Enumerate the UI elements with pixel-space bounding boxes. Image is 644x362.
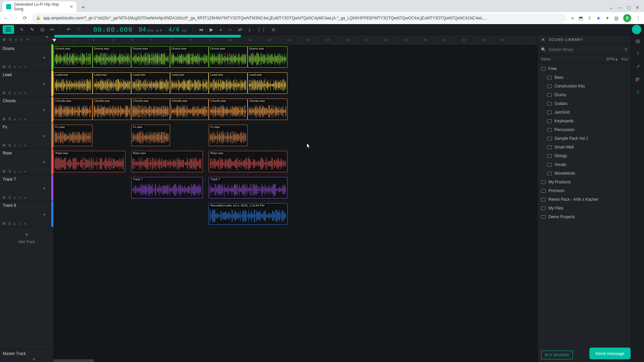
back-icon[interactable]: ← xyxy=(3,15,8,21)
eq-icon[interactable]: ⎍ xyxy=(19,91,21,95)
eq-icon[interactable]: ⎍ xyxy=(19,65,21,69)
audio-clip[interactable]: Chords.wav xyxy=(209,99,248,120)
playhead-icon[interactable] xyxy=(52,39,56,42)
audio-clip[interactable]: Fx.wav xyxy=(54,125,93,146)
library-folder[interactable]: My Files xyxy=(538,204,631,213)
audio-clip[interactable]: Chords.wav xyxy=(93,99,131,120)
automation-icon[interactable]: ∿ xyxy=(24,196,26,199)
eq-icon[interactable]: ⎍ xyxy=(19,170,21,173)
chevron-down-icon[interactable]: ⌄ xyxy=(609,5,613,10)
undo-icon[interactable]: ↶ xyxy=(67,27,71,32)
new-tab-button[interactable]: + xyxy=(78,3,88,12)
automation-icon[interactable]: ∿ xyxy=(24,65,26,69)
audio-clip[interactable]: Riser.wav xyxy=(54,151,125,172)
track-header[interactable]: Lead M S ● ⎍ ∿ xyxy=(0,70,53,97)
record-icon[interactable]: ● xyxy=(219,27,222,32)
mute-button[interactable]: M xyxy=(3,170,5,173)
solo-button[interactable]: S xyxy=(8,222,11,226)
col-name[interactable]: Name xyxy=(541,57,606,61)
track-header[interactable]: Track 7 M S ● ⎍ ∿ xyxy=(0,175,53,201)
audio-clip[interactable]: Riser.wav xyxy=(209,151,287,172)
library-folder[interactable]: Demo Projects xyxy=(538,213,631,221)
install-icon[interactable]: ⬒ xyxy=(579,15,583,21)
audio-clip[interactable]: Chords.wav xyxy=(54,99,93,120)
audio-clip[interactable]: Drums.wav xyxy=(209,46,248,68)
bookmark-star-icon[interactable]: ★ xyxy=(596,15,601,21)
track-lane[interactable]: Recorded Audio Jul 4, 2023, 1:24:56 PM xyxy=(54,201,537,227)
minimize-icon[interactable]: — xyxy=(618,5,622,10)
mixer-icon[interactable]: ⎚ xyxy=(272,27,275,32)
audio-clip[interactable]: Lead.wav xyxy=(54,72,93,94)
url-input[interactable]: 🔒 app.ampedstudio.com/?_gl=1*zkt20c*_ga*… xyxy=(32,13,567,23)
library-folder[interactable]: Remix Pack - Artik x Kacher xyxy=(538,195,631,204)
arm-icon[interactable]: ● xyxy=(14,196,16,199)
mute-button[interactable]: M xyxy=(3,143,5,147)
library-folder[interactable]: Vocals xyxy=(538,160,631,169)
solo-button[interactable]: S xyxy=(8,117,11,121)
library-folder[interactable]: Keyboards xyxy=(538,117,631,125)
solo-button[interactable]: S xyxy=(8,91,11,95)
library-folder[interactable]: Strings xyxy=(538,152,631,160)
profile-avatar[interactable]: S xyxy=(623,14,631,22)
arm-icon[interactable]: ● xyxy=(14,91,16,95)
pointer-tool-icon[interactable]: ↖ xyxy=(20,27,24,32)
help-rail-icon[interactable]: ? xyxy=(635,50,641,57)
hamburger-menu-button[interactable] xyxy=(3,25,14,34)
user-avatar[interactable] xyxy=(632,25,641,34)
search-input[interactable] xyxy=(549,47,622,52)
ruler[interactable]: 23456789101112131415161718192021222324 xyxy=(54,35,537,44)
track-lane[interactable]: Lead.wavLead.wavLead.wavLead.wavLead.wav… xyxy=(54,70,537,97)
eq-icon[interactable]: ⎍ xyxy=(19,117,21,121)
library-folder[interactable]: Construction Kits xyxy=(538,82,631,90)
eq-icon[interactable]: ⎍ xyxy=(20,38,23,42)
library-folder[interactable]: My Products xyxy=(538,178,631,186)
automation-icon[interactable]: ∿ xyxy=(24,91,26,95)
audio-clip[interactable]: Lead.wav xyxy=(93,72,131,94)
audio-clip[interactable]: Chords.wav xyxy=(131,99,170,120)
audio-clip[interactable]: Recorded Audio Jul 4, 2023, 1:24:56 PM xyxy=(209,203,287,225)
track-lane[interactable]: Fx.wavFx.wavFx.wav xyxy=(54,123,537,149)
solo-button[interactable]: S xyxy=(8,196,11,199)
time-display[interactable]: 00:00.000 xyxy=(93,25,132,34)
audio-clip[interactable]: Drums.wav xyxy=(131,46,170,68)
arm-icon[interactable]: ● xyxy=(14,143,16,147)
track-header[interactable]: Chords M S ● ⎍ ∿ xyxy=(0,97,53,123)
time-signature[interactable]: 4/4 xyxy=(168,26,179,33)
side-panel-icon[interactable]: ▥ xyxy=(614,15,619,21)
eq-icon[interactable]: ⎍ xyxy=(19,143,21,147)
loop-region[interactable] xyxy=(54,35,241,38)
library-folder[interactable]: Guitars xyxy=(538,99,631,108)
volume-handle[interactable] xyxy=(46,36,48,38)
snap-icon[interactable]: ⋮⋮ xyxy=(257,27,266,32)
library-folder[interactable]: JamGrid xyxy=(538,108,631,117)
learn-rail-icon[interactable]: 🎓 xyxy=(635,76,641,82)
track-lane[interactable]: Riser.wavRiser.wavRiser.wav xyxy=(54,149,537,175)
horizontal-scrollbar[interactable] xyxy=(54,359,94,362)
volume-handle[interactable] xyxy=(43,109,45,111)
mute-button[interactable]: M xyxy=(3,91,5,95)
audio-clip[interactable]: Drums.wav xyxy=(170,46,209,68)
forward-icon[interactable]: → xyxy=(13,15,18,21)
library-folder[interactable]: Smart Midi xyxy=(538,143,631,152)
mute-header[interactable]: M xyxy=(3,38,6,42)
arm-icon[interactable]: ● xyxy=(14,65,16,69)
library-folder[interactable]: Percussion xyxy=(538,125,631,134)
track-header[interactable]: Fx M S ● ⎍ ∿ xyxy=(0,123,53,149)
volume-handle[interactable] xyxy=(33,358,35,360)
automation-icon[interactable]: ∿ xyxy=(26,37,29,42)
add-track-button[interactable]: + Add Track xyxy=(0,227,53,247)
volume-handle[interactable] xyxy=(43,57,45,59)
audio-clip[interactable]: Chords.wav xyxy=(248,99,287,120)
col-key[interactable]: Key xyxy=(622,57,628,61)
browser-tab[interactable]: Generated Lo-Fi Hip Hop Song ✕ xyxy=(3,1,76,12)
reload-icon[interactable]: ⟳ xyxy=(23,15,27,21)
filter-icon[interactable]: ⚙ xyxy=(624,47,628,52)
audio-clip[interactable]: Riser.wav xyxy=(131,151,203,172)
audio-clip[interactable]: Drums.wav xyxy=(93,46,131,68)
automation-icon[interactable]: ∿ xyxy=(24,170,26,173)
audio-clip[interactable]: Track 7 xyxy=(131,177,203,198)
eq-icon[interactable]: ⎍ xyxy=(19,196,21,199)
audio-clip[interactable]: Drums.wav xyxy=(54,46,93,68)
metronome-icon[interactable]: ♩ xyxy=(248,27,251,32)
col-bpm[interactable]: BPM▲ xyxy=(606,57,618,61)
